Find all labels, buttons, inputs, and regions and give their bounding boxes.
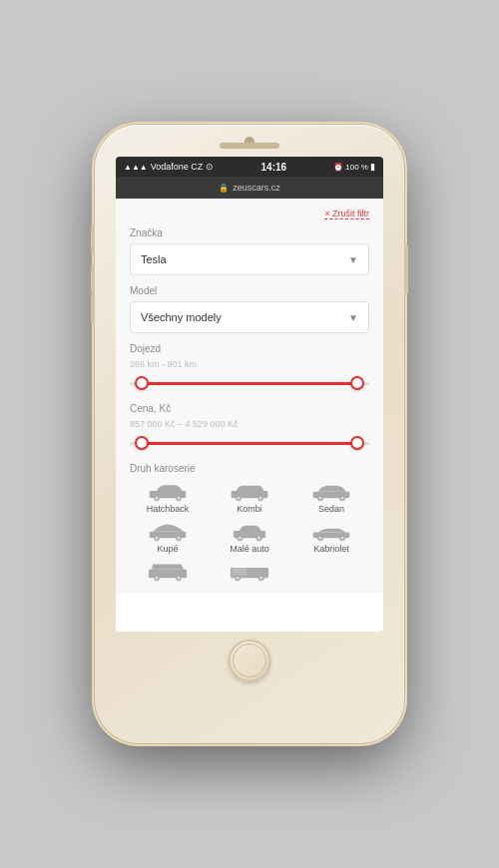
svg-point-4	[178, 497, 181, 500]
sedan-label: Sedan	[318, 504, 344, 514]
body-type-hatchback[interactable]: Hatchback	[130, 480, 206, 514]
alarm-icon: ⏰	[333, 163, 343, 172]
phone-screen: ▲▲▲ Vodafone CZ ⊙ 14:16 ⏰ 100 % ▮ 🔒 zeus…	[116, 157, 383, 632]
status-right: ⏰ 100 % ▮	[333, 162, 375, 172]
filter-content: × Zrušit filtr Značka Tesla ▼ Model Všec…	[116, 199, 383, 594]
battery-icon: ▮	[370, 162, 375, 172]
lock-icon: 🔒	[219, 184, 229, 193]
home-button[interactable]	[229, 640, 270, 681]
svg-point-18	[156, 537, 159, 540]
body-types-grid: Hatchback Kombi	[130, 480, 369, 584]
range-slider-container: 266 km - 901 km	[130, 359, 369, 393]
range-fill	[142, 382, 357, 385]
status-bar: ▲▲▲ Vodafone CZ ⊙ 14:16 ⏰ 100 % ▮	[116, 157, 383, 177]
kombi-label: Kombi	[237, 504, 262, 514]
male-auto-icon	[228, 520, 271, 542]
body-type-van[interactable]	[212, 560, 287, 584]
male-auto-label: Malé auto	[230, 544, 269, 554]
status-left: ▲▲▲ Vodafone CZ ⊙	[124, 162, 214, 172]
price-hint: 857 000 Kč – 4 529 000 Kč	[130, 419, 369, 429]
brand-label: Značka	[130, 227, 369, 238]
address-bar: 🔒 zeuscars.cz	[116, 177, 383, 199]
brand-dropdown-arrow: ▼	[348, 254, 358, 265]
price-slider-track[interactable]	[130, 433, 369, 453]
battery-label: 100 %	[345, 163, 368, 172]
price-label: Cena, Kč	[130, 403, 369, 414]
svg-point-9	[259, 497, 262, 500]
price-slider-container: 857 000 Kč – 4 529 000 Kč	[130, 419, 369, 453]
kupe-icon	[146, 520, 190, 542]
body-type-suv[interactable]	[130, 560, 206, 584]
range-thumb-min[interactable]	[135, 376, 149, 390]
range-hint: 266 km - 901 km	[130, 359, 369, 369]
range-label: Dojezd	[130, 343, 369, 354]
signal-icon: ▲▲▲	[124, 163, 148, 172]
home-button-inner	[233, 644, 266, 677]
model-label: Model	[130, 285, 369, 296]
status-time: 14:16	[261, 162, 287, 173]
model-dropdown[interactable]: Všechny modely ▼	[130, 301, 369, 333]
body-type-kupe[interactable]: Kupé	[130, 520, 206, 554]
sedan-icon	[309, 480, 353, 502]
hatchback-label: Hatchback	[147, 504, 190, 514]
svg-point-23	[239, 537, 242, 540]
svg-point-3	[156, 497, 159, 500]
filter-header: × Zrušit filtr	[130, 209, 369, 219]
suv-icon	[146, 560, 190, 582]
carrier-label: Vodafone CZ	[151, 162, 204, 172]
svg-point-40	[259, 577, 262, 580]
brand-value: Tesla	[141, 253, 167, 265]
brand-dropdown[interactable]: Tesla ▼	[130, 243, 369, 275]
body-type-male-auto[interactable]: Malé auto	[212, 520, 287, 554]
kabriolet-icon	[309, 520, 353, 542]
svg-point-28	[319, 537, 322, 540]
wifi-icon: ⊙	[206, 162, 214, 172]
price-thumb-max[interactable]	[350, 436, 364, 450]
price-fill	[142, 442, 357, 445]
svg-point-13	[319, 497, 322, 500]
model-value: Všechny modely	[141, 311, 222, 323]
svg-point-8	[238, 497, 241, 500]
kabriolet-label: Kabriolet	[313, 544, 349, 554]
hatchback-icon	[146, 480, 190, 502]
model-dropdown-arrow: ▼	[348, 312, 358, 323]
svg-point-14	[341, 497, 344, 500]
svg-point-24	[257, 537, 260, 540]
phone-frame: ▲▲▲ Vodafone CZ ⊙ 14:16 ⏰ 100 % ▮ 🔒 zeus…	[95, 125, 404, 743]
svg-point-33	[156, 577, 159, 580]
clear-filter-button[interactable]: × Zrušit filtr	[324, 209, 369, 219]
body-type-label: Druh karoserie	[130, 463, 369, 474]
van-icon	[228, 560, 271, 582]
svg-point-19	[178, 537, 181, 540]
price-track-bg	[130, 442, 369, 445]
body-type-kombi[interactable]: Kombi	[212, 480, 287, 514]
body-type-kabriolet[interactable]: Kabriolet	[293, 520, 369, 554]
range-track-bg	[130, 382, 369, 385]
url-label: zeuscars.cz	[233, 183, 280, 193]
price-thumb-min[interactable]	[135, 436, 149, 450]
svg-point-34	[178, 577, 181, 580]
svg-point-29	[341, 537, 344, 540]
svg-rect-36	[232, 568, 247, 575]
range-thumb-max[interactable]	[350, 376, 364, 390]
kupe-label: Kupé	[157, 544, 178, 554]
kombi-icon	[228, 480, 271, 502]
range-slider-track[interactable]	[130, 373, 369, 393]
svg-point-39	[237, 577, 240, 580]
phone-speaker	[220, 143, 279, 149]
body-type-sedan[interactable]: Sedan	[293, 480, 369, 514]
